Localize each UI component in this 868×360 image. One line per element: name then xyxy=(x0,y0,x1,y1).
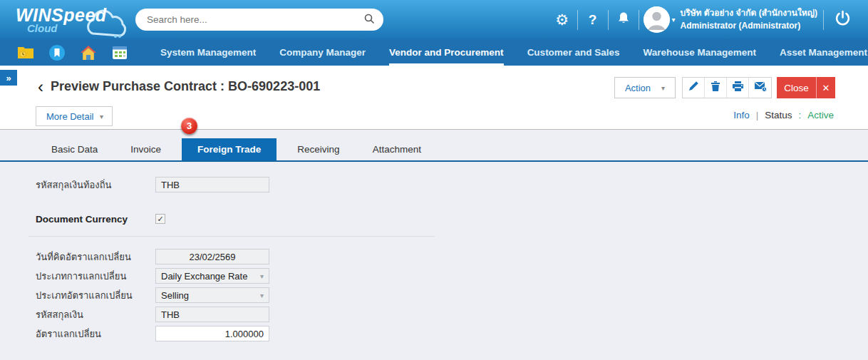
pencil-icon xyxy=(688,81,699,95)
tab-receiving[interactable]: Receiving xyxy=(285,138,351,160)
settings-button[interactable]: ⚙ xyxy=(547,12,577,27)
tab-attachment[interactable]: Attachment xyxy=(361,138,433,160)
nav-item-warehouse-management[interactable]: Warehouse Management xyxy=(643,39,756,66)
exchange-rate-field[interactable]: 1.000000 xyxy=(155,326,269,341)
logout-button[interactable] xyxy=(824,10,861,29)
exchange-type-label: ประเภทการแลกเปลี่ยน xyxy=(36,269,155,284)
foreign-trade-form: รหัสสกุลเงินท้องถิ่น THB Document Curren… xyxy=(36,177,868,341)
more-detail-button[interactable]: More Detail ▾ xyxy=(36,106,113,126)
trash-icon xyxy=(711,81,720,95)
tab-content-area: Basic Data Invoice Foreign Trade Receivi… xyxy=(0,130,868,360)
more-detail-label: More Detail xyxy=(46,111,93,122)
edit-button[interactable] xyxy=(683,78,705,98)
exchange-rate-label: อัตราแลกเปลี่ยน xyxy=(36,326,155,341)
caret-down-icon: ▾ xyxy=(260,272,264,280)
chevron-down-icon: ▾ xyxy=(672,16,676,24)
double-chevron-icon: » xyxy=(6,73,11,83)
nav-menu: System Management Company Manager Vendor… xyxy=(160,39,868,66)
icon-button-group xyxy=(682,77,772,98)
currency-code-field: THB xyxy=(155,307,269,322)
status-line: Info | Status : Active xyxy=(733,110,834,120)
document-currency-label: Document Currency xyxy=(36,214,155,225)
delete-button[interactable] xyxy=(705,78,727,98)
caret-down-icon: ▾ xyxy=(661,84,665,92)
app-window: WINSpeed Cloud ⚙ ? ▾ xyxy=(0,0,868,360)
annotation-badge: 3 xyxy=(181,118,197,134)
nav-item-asset-management[interactable]: Asset Management xyxy=(780,39,867,66)
printer-icon xyxy=(732,81,744,95)
search-icon[interactable] xyxy=(363,13,375,27)
separator: | xyxy=(756,110,759,120)
form-row: รหัสสกุลเงินท้องถิ่น THB xyxy=(36,177,868,192)
logo-subtext: Cloud xyxy=(27,23,135,34)
user-info: บริษัท ตัวอย่าง จำกัด (สำนักงานใหญ่) Adm… xyxy=(681,7,817,32)
back-icon[interactable]: ‹ xyxy=(38,80,43,94)
gear-icon: ⚙ xyxy=(555,12,569,27)
print-button[interactable] xyxy=(727,78,749,98)
check-icon: ✓ xyxy=(157,215,163,223)
tab-invoice[interactable]: Invoice xyxy=(118,138,173,160)
exchange-rate-type-select: Selling ▾ xyxy=(155,287,269,303)
top-bar: WINSpeed Cloud ⚙ ? ▾ xyxy=(0,0,868,39)
page-title: Preview Purchase Contract : BO-690223-00… xyxy=(51,79,320,94)
sidebar-expand-button[interactable]: » xyxy=(0,70,17,86)
divider xyxy=(29,236,435,237)
tab-strip: Basic Data Invoice Foreign Trade Receivi… xyxy=(0,130,868,162)
divider xyxy=(639,10,639,30)
help-button[interactable]: ? xyxy=(578,13,608,26)
form-row: รหัสสกุลเงิน THB xyxy=(36,307,868,322)
info-link[interactable]: Info xyxy=(733,110,750,120)
exchange-type-value: Daily Exchange Rate xyxy=(161,271,247,282)
tab-basic-data[interactable]: Basic Data xyxy=(39,138,110,160)
calendar-icon[interactable] xyxy=(112,46,128,60)
exchange-date-label: วันที่คิดอัตราแลกเปลี่ยน xyxy=(36,250,155,264)
close-button-group: Close ✕ xyxy=(777,77,835,98)
nav-item-customer-and-sales[interactable]: Customer and Sales xyxy=(527,39,620,66)
exchange-type-select: Daily Exchange Rate ▾ xyxy=(155,268,269,284)
mail-clock-icon xyxy=(754,81,767,95)
document-currency-checkbox: ✓ xyxy=(155,214,165,224)
power-icon xyxy=(835,10,851,29)
action-dropdown-button[interactable]: Action ▾ xyxy=(614,77,676,98)
form-row: อัตราแลกเปลี่ยน 1.000000 xyxy=(36,326,868,341)
nav-item-vendor-and-procurement[interactable]: Vendor and Procurement xyxy=(389,39,504,66)
topbar-right-cluster: ⚙ ? ▾ บริษัท ตัวอย่าง จำกัด (สำนักงานใหญ… xyxy=(547,6,868,33)
exchange-rate-type-value: Selling xyxy=(161,290,189,301)
close-button[interactable]: Close xyxy=(777,77,816,98)
notifications-button[interactable] xyxy=(609,11,639,29)
separator: : xyxy=(798,110,801,120)
nav-item-company-manager[interactable]: Company Manager xyxy=(279,39,366,66)
page-header: » ‹ Preview Purchase Contract : BO-69022… xyxy=(0,66,868,130)
close-x-button[interactable]: ✕ xyxy=(816,77,835,98)
app-logo: WINSpeed Cloud xyxy=(0,6,135,34)
caret-down-icon: ▾ xyxy=(260,292,264,299)
global-search[interactable] xyxy=(135,9,383,31)
bell-icon xyxy=(616,11,631,29)
status-label: Status xyxy=(765,110,792,120)
currency-code-label: รหัสสกุลเงิน xyxy=(36,307,155,322)
avatar xyxy=(644,6,670,33)
home-icon[interactable] xyxy=(80,45,97,61)
caret-down-icon: ▾ xyxy=(100,113,103,120)
bookmark-icon[interactable] xyxy=(49,45,65,61)
send-email-button[interactable] xyxy=(749,78,771,98)
form-row: วันที่คิดอัตราแลกเปลี่ยน 23/02/2569 xyxy=(36,249,868,264)
exchange-date-field: 23/02/2569 xyxy=(155,249,269,264)
tab-foreign-trade[interactable]: Foreign Trade xyxy=(182,138,277,160)
action-label: Action xyxy=(625,83,651,93)
user-menu[interactable]: ▾ บริษัท ตัวอย่าง จำกัด (สำนักงานใหญ่) A… xyxy=(644,6,817,33)
user-role: Administrator (Administrator) xyxy=(681,20,817,32)
action-toolbar: Action ▾ Close ✕ xyxy=(614,77,835,98)
form-row: ประเภทอัตราแลกเปลี่ยน Selling ▾ xyxy=(36,287,868,303)
logo-text: WINSpeed xyxy=(16,6,135,24)
nav-item-system-management[interactable]: System Management xyxy=(160,39,256,66)
local-currency-label: รหัสสกุลเงินท้องถิ่น xyxy=(36,178,155,192)
title-row: ‹ Preview Purchase Contract : BO-690223-… xyxy=(38,79,320,94)
search-input[interactable] xyxy=(147,14,363,25)
close-icon: ✕ xyxy=(822,83,830,93)
local-currency-field: THB xyxy=(155,177,269,192)
form-row: ประเภทการแลกเปลี่ยน Daily Exchange Rate … xyxy=(36,268,868,284)
recent-documents-icon[interactable] xyxy=(17,46,34,60)
form-row: Document Currency ✓ xyxy=(36,211,868,227)
user-company: บริษัท ตัวอย่าง จำกัด (สำนักงานใหญ่) xyxy=(681,7,817,19)
